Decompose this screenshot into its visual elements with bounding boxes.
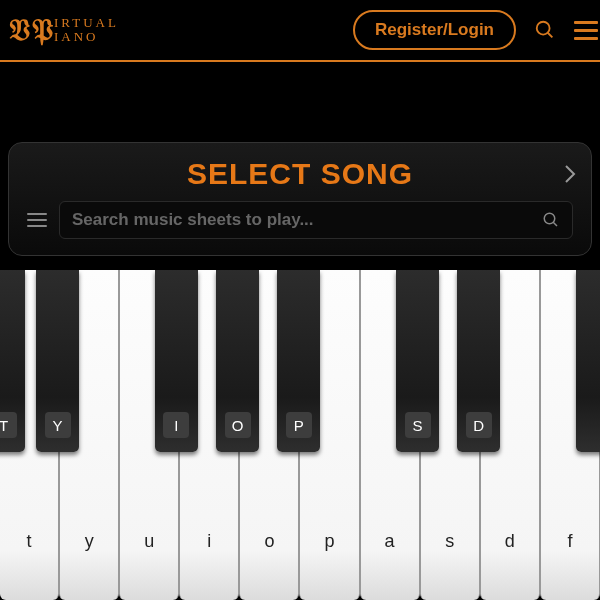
white-key-label: a	[385, 531, 395, 552]
white-key-label: t	[27, 531, 32, 552]
black-key-label: T	[0, 412, 17, 438]
svg-point-2	[544, 213, 555, 224]
black-key-blank[interactable]	[576, 270, 600, 452]
search-box[interactable]	[59, 201, 573, 239]
chevron-right-icon[interactable]	[563, 163, 577, 189]
white-key-label: d	[505, 531, 515, 552]
search-icon[interactable]	[542, 211, 560, 229]
black-key-label: I	[163, 412, 189, 438]
black-key-D[interactable]: D	[457, 270, 500, 452]
svg-line-1	[548, 33, 553, 38]
black-key-label: O	[225, 412, 251, 438]
search-icon[interactable]	[534, 19, 556, 41]
header: 𝔙𝔓 IRTUAL IANO Register/Login	[0, 0, 600, 62]
svg-line-3	[553, 222, 557, 226]
logo-icon: 𝔙𝔓	[14, 12, 50, 48]
black-key-T[interactable]: T	[0, 270, 25, 452]
search-input[interactable]	[72, 210, 542, 230]
list-icon[interactable]	[27, 213, 47, 227]
black-key-S[interactable]: S	[396, 270, 439, 452]
black-key-P[interactable]: P	[277, 270, 320, 452]
black-key-I[interactable]: I	[155, 270, 198, 452]
search-row	[27, 201, 573, 239]
logo-line2: IANO	[54, 30, 119, 44]
logo-line1: IRTUAL	[54, 16, 119, 30]
black-key-Y[interactable]: Y	[36, 270, 79, 452]
spacer	[0, 62, 600, 142]
black-key-label: P	[286, 412, 312, 438]
register-login-button[interactable]: Register/Login	[353, 10, 516, 50]
white-key-label: u	[144, 531, 154, 552]
song-select-panel: SELECT SONG	[8, 142, 592, 256]
white-key-label: s	[445, 531, 454, 552]
white-key-label: p	[325, 531, 335, 552]
black-key-label: D	[466, 412, 492, 438]
black-key-O[interactable]: O	[216, 270, 259, 452]
logo-text: IRTUAL IANO	[54, 16, 119, 45]
white-key-label: y	[85, 531, 94, 552]
white-key-label: f	[567, 531, 572, 552]
menu-icon[interactable]	[574, 21, 600, 40]
logo[interactable]: 𝔙𝔓 IRTUAL IANO	[14, 12, 119, 48]
black-key-label: S	[405, 412, 431, 438]
svg-point-0	[537, 22, 550, 35]
black-key-label: Y	[45, 412, 71, 438]
select-song-title: SELECT SONG	[27, 157, 573, 191]
white-key-label: i	[207, 531, 211, 552]
header-actions: Register/Login	[353, 10, 600, 50]
white-key-label: o	[264, 531, 274, 552]
